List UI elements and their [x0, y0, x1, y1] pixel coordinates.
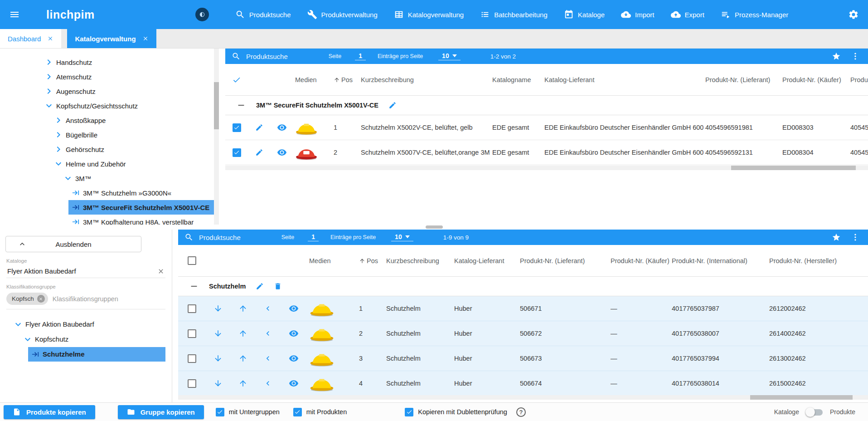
settings-button[interactable] [848, 9, 859, 20]
col-header-produktnr-international[interactable]: Produkt-Nr. (International) [849, 76, 868, 83]
tree-vertical-scrollbar[interactable] [214, 49, 219, 225]
row-checkbox[interactable] [188, 354, 196, 363]
move-up-icon[interactable] [238, 379, 247, 388]
col-header-produktnr-kaeufer[interactable]: Produkt-Nr. (Käufer) [609, 257, 670, 264]
col-header-produktnr-kaeufer[interactable]: Produkt-Nr. (Käufer) [781, 76, 849, 83]
preview-icon[interactable] [289, 328, 299, 338]
checkbox[interactable] [405, 408, 413, 416]
copy-products-button[interactable]: Produkte kopieren [4, 405, 95, 419]
kataloge-produkte-toggle[interactable] [805, 407, 824, 417]
tree-item-clipped[interactable]: 3M™ Kopfhalterung H8A, verstellbar [0, 215, 219, 225]
close-icon[interactable] [47, 35, 53, 42]
checkbox[interactable] [293, 408, 302, 416]
product-image-red-helmet[interactable] [295, 145, 318, 161]
theme-toggle-button[interactable] [195, 8, 209, 21]
chevron-down-icon[interactable] [22, 334, 33, 345]
page-input[interactable]: 1 [355, 52, 366, 60]
row-checkbox[interactable] [233, 148, 241, 157]
col-header-kurzbeschreibung[interactable]: Kurzbeschreibung [384, 257, 452, 264]
nav-import[interactable]: Import [621, 10, 655, 20]
chevron-right-icon[interactable] [44, 71, 54, 82]
col-header-medien[interactable]: Medien [293, 76, 332, 83]
tree-item-schutzhelme[interactable]: Schutzhelme [0, 347, 172, 362]
select-all-checkbox[interactable] [188, 256, 196, 265]
move-down-icon[interactable] [213, 304, 223, 313]
edit-icon[interactable] [255, 123, 263, 132]
kataloge-input[interactable]: Flyer Aktion Baubedarf [6, 264, 165, 278]
delete-group-icon[interactable] [274, 282, 282, 290]
col-header-katalogname[interactable]: Katalogname [490, 76, 543, 83]
nav-kataloge[interactable]: Kataloge [564, 10, 605, 20]
col-header-produktnr-lieferant[interactable]: Produkt-Nr. (Lieferant) [518, 257, 609, 264]
product-image-yellow-helmet[interactable] [295, 120, 318, 136]
product-image-yellow-helmet[interactable] [309, 325, 335, 342]
tree-item-3m[interactable]: 3M™ [0, 171, 219, 186]
col-header-katalog-lieferant[interactable]: Katalog-Lieferant [543, 76, 703, 83]
panel-splitter[interactable] [0, 225, 868, 230]
edit-group-icon[interactable] [388, 101, 397, 109]
checkbox[interactable] [216, 408, 224, 416]
tree-item-gehoerschutz[interactable]: Gehörschutz [0, 142, 219, 157]
tree-item-3m-securefit-schutzhelm-x5001v-ce[interactable]: 3M™ SecureFit Schutzhelm X5001V-CE [0, 200, 219, 215]
horizontal-scrollbar[interactable] [225, 166, 868, 170]
filter-chip-kopfsch[interactable]: Kopfsch [6, 293, 48, 305]
preview-icon[interactable] [289, 304, 299, 313]
chevron-right-icon[interactable] [53, 115, 64, 126]
product-image-yellow-helmet[interactable] [309, 300, 335, 317]
row-checkbox[interactable] [233, 123, 241, 132]
preview-icon[interactable] [289, 353, 299, 363]
col-header-pos[interactable]: Pos [357, 257, 384, 264]
product-image-yellow-helmet[interactable] [309, 375, 335, 392]
move-up-icon[interactable] [238, 304, 247, 313]
move-down-icon[interactable] [213, 329, 223, 338]
tree-item-flyer-aktion-baubedarf[interactable]: Flyer Aktion Baubedarf [0, 317, 172, 332]
horizontal-scrollbar[interactable] [178, 395, 868, 400]
scrollbar-thumb[interactable] [750, 395, 853, 400]
page-input[interactable]: 1 [308, 233, 319, 241]
edit-icon[interactable] [255, 148, 263, 157]
per-page-select[interactable]: 10 [391, 233, 413, 241]
preview-icon[interactable] [289, 378, 299, 388]
move-down-icon[interactable] [213, 354, 223, 363]
favorite-icon[interactable] [832, 52, 841, 61]
nav-produktsuche[interactable]: Produktsuche [235, 10, 291, 20]
move-left-icon[interactable] [263, 379, 272, 388]
move-down-icon[interactable] [213, 379, 223, 388]
col-header-produktnr-lieferant[interactable]: Produkt-Nr. (Lieferant) [703, 76, 781, 83]
preview-icon[interactable] [277, 147, 287, 157]
chevron-down-icon[interactable] [63, 173, 73, 184]
tree-item-3m-schutzhelm-g3000n[interactable]: 3M™ Schutzhelm »G3000N« [0, 186, 219, 200]
move-up-icon[interactable] [238, 329, 247, 338]
nav-batchbearbeitung[interactable]: Batchbearbeitung [480, 10, 548, 20]
select-all-check-icon[interactable] [232, 75, 241, 84]
chevron-down-icon[interactable] [13, 319, 24, 330]
chevron-down-icon[interactable] [44, 100, 54, 111]
menu-button[interactable] [9, 9, 20, 20]
checkbox-kopieren-mit-dublettenpruefung[interactable]: Kopieren mit Dublettenprüfung [405, 408, 507, 416]
checkbox-mit-untergruppen[interactable]: mit Untergruppen [216, 408, 280, 416]
move-left-icon[interactable] [263, 329, 272, 338]
more-options-icon[interactable] [851, 233, 860, 242]
collapse-group-icon[interactable] [189, 281, 199, 291]
move-left-icon[interactable] [263, 304, 272, 313]
scrollbar-thumb[interactable] [214, 82, 219, 129]
tree-item-anstosskappe[interactable]: Anstoßkappe [0, 113, 219, 127]
tree-item-buegelbrille[interactable]: Bügelbrille [0, 127, 219, 142]
nav-katalogverwaltung[interactable]: Katalogverwaltung [394, 10, 464, 20]
nav-produktverwaltung[interactable]: Produktverwaltung [307, 10, 378, 20]
per-page-select[interactable]: 10 [438, 52, 461, 60]
move-left-icon[interactable] [263, 354, 272, 363]
tab-dashboard[interactable]: Dashboard [0, 29, 61, 48]
tree-item-helme-und-zubehoer[interactable]: Helme und Zubehör [0, 157, 219, 171]
preview-icon[interactable] [277, 122, 287, 132]
more-options-icon[interactable] [851, 52, 860, 61]
chip-remove-icon[interactable] [37, 295, 45, 303]
tree-item-handschutz[interactable]: Handschutz [0, 55, 219, 69]
row-checkbox[interactable] [188, 329, 196, 338]
close-icon[interactable] [142, 35, 149, 42]
favorite-icon[interactable] [832, 233, 841, 242]
hide-filter-button[interactable]: Ausblenden [5, 236, 141, 252]
chevron-right-icon[interactable] [53, 129, 64, 140]
col-header-pos[interactable]: Pos [332, 76, 359, 83]
col-header-produktnr-international[interactable]: Produkt-Nr. (International) [670, 257, 767, 264]
